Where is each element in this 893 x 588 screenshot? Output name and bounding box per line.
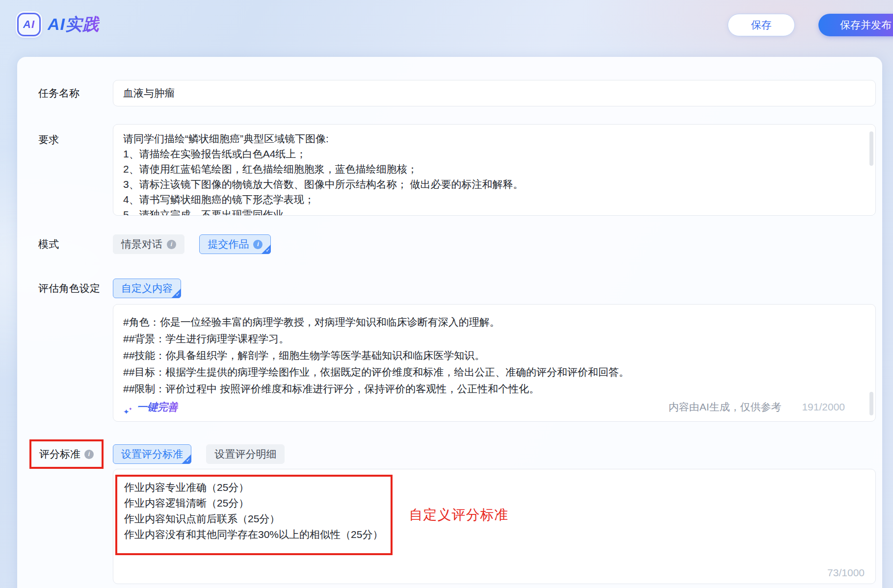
info-icon[interactable]: i: [167, 240, 176, 249]
scrollbar-thumb[interactable]: [869, 392, 873, 415]
page: AI AI实践 保存 保存并发布 任务名称 血液与肿瘤 要求 请同学们描绘“鳞状…: [0, 0, 893, 588]
role-label: 评估角色设定: [38, 281, 113, 295]
mode-label: 模式: [38, 237, 113, 251]
scoring-char-count: 73/1000: [827, 567, 865, 579]
tab-set-scoring-detail[interactable]: 设置评分明细: [206, 444, 285, 464]
scoring-line: 作业内容知识点前后联系（25分）: [124, 511, 383, 527]
requirements-line: 3、请标注该镜下图像的物镜放大倍数、图像中所示结构名称； 做出必要的标注和解释。: [123, 177, 861, 192]
check-icon: ✓: [261, 244, 271, 254]
mode-option-dialog[interactable]: 情景对话 i: [113, 234, 184, 254]
ai-logo-icon: AI: [17, 13, 41, 36]
requirements-row: 要求 请同学们描绘“鳞状细胞癌”典型区域镜下图像: 1、请描绘在实验报告纸或白色…: [38, 124, 882, 216]
requirements-line: 2、请使用红蓝铅笔绘图，红色描绘细胞胞浆，蓝色描绘细胞核；: [123, 161, 861, 177]
task-name-label: 任务名称: [38, 86, 113, 100]
role-line: ##技能：你具备组织学，解剖学，细胞生物学等医学基础知识和临床医学知识。: [123, 347, 861, 364]
tab-set-scoring-criteria[interactable]: 设置评分标准 ✓: [113, 444, 191, 464]
requirements-line: 1、请描绘在实验报告纸或白色A4纸上；: [123, 146, 861, 161]
annotation-red-box: 作业内容专业准确（25分） 作业内容逻辑清晰（25分） 作业内容知识点前后联系（…: [115, 475, 393, 555]
scoring-label-wrap: 评分标准 i: [38, 439, 113, 469]
one-click-improve-button[interactable]: ✦ ✦ 一键完善: [123, 399, 178, 415]
scoring-row: 评分标准 i 设置评分标准 ✓ 设置评分明细: [38, 439, 882, 469]
role-line: ##目标：根据学生提供的病理学绘图作业，依据既定的评价维度和标准，给出公正、准确…: [123, 364, 861, 381]
app-title: AI实践: [48, 13, 100, 36]
role-line: #角色：你是一位经验丰富的病理学教授，对病理学知识和临床诊断有深入的理解。: [123, 314, 861, 331]
task-form-card: 任务名称 血液与肿瘤 要求 请同学们描绘“鳞状细胞癌”典型区域镜下图像: 1、请…: [17, 57, 882, 588]
mode-row: 模式 情景对话 i 提交作品 i ✓: [38, 234, 882, 254]
save-button[interactable]: 保存: [728, 14, 795, 36]
task-name-row: 任务名称 血液与肿瘤: [38, 80, 882, 106]
info-icon[interactable]: i: [84, 450, 94, 459]
app-logo: AI AI实践: [17, 13, 100, 36]
scoring-section: 评分标准 i 设置评分标准 ✓ 设置评分明细 作: [38, 439, 882, 584]
scoring-tabs: 设置评分标准 ✓ 设置评分明细: [113, 444, 285, 464]
requirements-line: 请同学们描绘“鳞状细胞癌”典型区域镜下图像:: [123, 131, 861, 146]
annotation-text: 自定义评分标准: [409, 506, 508, 524]
annotation-red-box: 评分标准 i: [29, 439, 104, 469]
scoring-line: 作业内容没有和其他同学存在30%以上的相似性（25分）: [124, 527, 383, 542]
role-line: ##限制：评价过程中 按照评价维度和标准进行评分，保持评价的客观性，公正性和个性…: [123, 381, 861, 397]
scrollbar-thumb[interactable]: [869, 131, 873, 166]
task-name-input[interactable]: 血液与肿瘤: [113, 80, 876, 106]
role-row: 评估角色设定 自定义内容 ✓: [38, 279, 882, 298]
role-option-custom[interactable]: 自定义内容 ✓: [113, 279, 181, 298]
save-and-publish-button[interactable]: 保存并发布: [818, 14, 893, 36]
scoring-textarea[interactable]: 作业内容专业准确（25分） 作业内容逻辑清晰（25分） 作业内容知识点前后联系（…: [113, 469, 876, 584]
role-meta: 内容由AI生成，仅供参考 191/2000: [669, 399, 845, 415]
mode-options: 情景对话 i 提交作品 i ✓: [113, 234, 271, 254]
check-icon: ✓: [182, 454, 191, 464]
requirements-line: 4、请书写鳞状细胞癌的镜下形态学表现；: [123, 192, 861, 207]
role-section: 评估角色设定 自定义内容 ✓ #角色：你是一位经验丰富的病理学教授，对病理学知识…: [38, 279, 882, 422]
mode-option-submit-work[interactable]: 提交作品 i ✓: [199, 234, 271, 254]
role-textarea[interactable]: #角色：你是一位经验丰富的病理学教授，对病理学知识和临床诊断有深入的理解。 ##…: [113, 304, 876, 422]
role-char-count: 191/2000: [802, 399, 845, 415]
task-name-value: 血液与肿瘤: [123, 86, 175, 100]
info-icon[interactable]: i: [253, 240, 263, 249]
role-line: ##背景：学生进行病理学课程学习。: [123, 331, 861, 347]
scoring-line: 作业内容专业准确（25分）: [124, 480, 383, 495]
check-icon: ✓: [171, 288, 181, 298]
sparkle-icon: ✦ ✦: [123, 402, 133, 412]
scoring-line: 作业内容逻辑清晰（25分）: [124, 495, 383, 511]
requirements-label: 要求: [38, 133, 113, 147]
requirements-line: 5、请独立完成，不要出现雷同作业: [123, 207, 861, 216]
requirements-textarea[interactable]: 请同学们描绘“鳞状细胞癌”典型区域镜下图像: 1、请描绘在实验报告纸或白色A4纸…: [113, 124, 876, 216]
scoring-label: 评分标准: [39, 447, 80, 461]
ai-generated-notice: 内容由AI生成，仅供参考: [669, 399, 782, 415]
